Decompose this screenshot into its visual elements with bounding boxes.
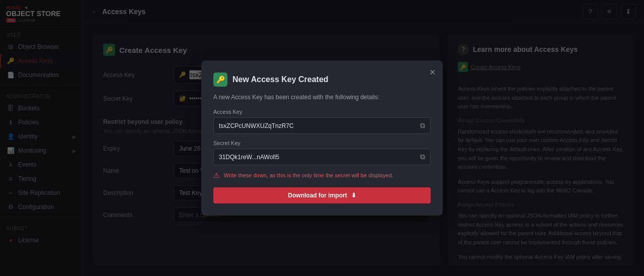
- copy-secret-key-button[interactable]: ⧉: [420, 153, 425, 161]
- modal-header: 🔑 New Access Key Created: [213, 73, 431, 87]
- modal-access-key-label: Access Key: [213, 109, 431, 115]
- warning-text: Write these down, as this is the only ti…: [224, 172, 393, 178]
- modal-secret-key-row: ⧉: [213, 149, 431, 165]
- modal-description: A new Access Key has been created with t…: [213, 94, 431, 101]
- download-icon: ⬇: [351, 192, 356, 199]
- modal-title: New Access Key Created: [232, 75, 329, 84]
- warning-row: ⚠ Write these down, as this is the only …: [213, 171, 431, 179]
- download-btn-label: Download for import: [288, 192, 347, 199]
- modal-access-key-row: ⧉: [213, 117, 431, 134]
- modal-secret-key-label: Secret Key: [213, 140, 431, 146]
- copy-access-key-button[interactable]: ⧉: [420, 121, 425, 130]
- modal-secret-key-field[interactable]: [219, 154, 420, 161]
- modal-key-icon: 🔑: [213, 73, 227, 87]
- download-import-button[interactable]: Download for import ⬇: [213, 187, 431, 203]
- new-access-key-modal: ✕ 🔑 New Access Key Created A new Access …: [201, 60, 443, 216]
- warning-icon: ⚠: [213, 171, 220, 179]
- modal-overlay[interactable]: ✕ 🔑 New Access Key Created A new Access …: [0, 0, 644, 276]
- modal-access-key-field[interactable]: [219, 122, 420, 129]
- modal-close-button[interactable]: ✕: [429, 67, 436, 77]
